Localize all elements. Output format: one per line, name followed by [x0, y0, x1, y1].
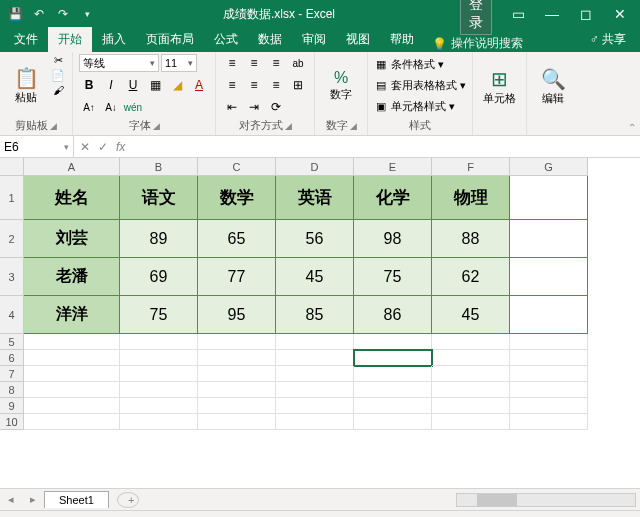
column-headers[interactable]: ABCDEFG [24, 158, 588, 176]
collapse-ribbon-icon[interactable]: ⌃ [628, 122, 636, 133]
italic-button[interactable]: I [101, 76, 121, 94]
col-header[interactable]: C [198, 158, 276, 176]
shrink-font-button[interactable]: A↓ [101, 98, 121, 116]
cell[interactable] [120, 398, 198, 414]
cell[interactable]: 化学 [354, 176, 432, 220]
row-header[interactable]: 10 [0, 414, 24, 430]
cell[interactable] [510, 414, 588, 430]
cell[interactable] [120, 350, 198, 366]
format-painter-icon[interactable]: 🖌 [50, 84, 66, 96]
cell[interactable] [432, 382, 510, 398]
col-header[interactable]: E [354, 158, 432, 176]
grow-font-button[interactable]: A↑ [79, 98, 99, 116]
cell[interactable]: 85 [276, 296, 354, 334]
cells-button[interactable]: ⊞单元格 [479, 54, 520, 119]
underline-button[interactable]: U [123, 76, 143, 94]
cell[interactable]: 45 [276, 258, 354, 296]
tab-review[interactable]: 审阅 [292, 27, 336, 52]
align-launcher-icon[interactable]: ◢ [285, 121, 292, 131]
number-launcher-icon[interactable]: ◢ [350, 121, 357, 131]
cell[interactable]: 95 [198, 296, 276, 334]
orientation-button[interactable]: ⟳ [266, 98, 286, 116]
cells-area[interactable]: 姓名语文数学英语化学物理刘芸8965569888老潘6977457562洋洋75… [24, 176, 588, 430]
cell[interactable]: 45 [432, 296, 510, 334]
align-right-button[interactable]: ≡ [266, 76, 286, 94]
horizontal-scrollbar[interactable] [456, 493, 636, 507]
row-header[interactable]: 6 [0, 350, 24, 366]
col-header[interactable]: D [276, 158, 354, 176]
sheet-nav-prev[interactable]: ◂ [0, 493, 22, 506]
cell[interactable] [354, 366, 432, 382]
fill-color-button[interactable]: ◢ [167, 76, 187, 94]
cell[interactable] [120, 334, 198, 350]
clipboard-launcher-icon[interactable]: ◢ [50, 121, 57, 131]
share-button[interactable]: ♂ 共享 [580, 27, 636, 52]
cell[interactable] [510, 334, 588, 350]
tab-insert[interactable]: 插入 [92, 27, 136, 52]
cell[interactable] [354, 382, 432, 398]
cell[interactable] [510, 220, 588, 258]
cell[interactable]: 物理 [432, 176, 510, 220]
cell[interactable]: 86 [354, 296, 432, 334]
row-header[interactable]: 8 [0, 382, 24, 398]
close-icon[interactable]: ✕ [604, 6, 636, 22]
cell[interactable] [276, 382, 354, 398]
cancel-fx-icon[interactable]: ✕ [80, 140, 90, 154]
cell[interactable]: 语文 [120, 176, 198, 220]
qat-dropdown-icon[interactable]: ▾ [76, 9, 98, 19]
cell[interactable]: 77 [198, 258, 276, 296]
cell[interactable] [24, 398, 120, 414]
fx-icon[interactable]: fx [116, 140, 125, 154]
cell[interactable] [198, 382, 276, 398]
font-color-button[interactable]: A [189, 76, 209, 94]
tab-help[interactable]: 帮助 [380, 27, 424, 52]
cell[interactable]: 数学 [198, 176, 276, 220]
tab-layout[interactable]: 页面布局 [136, 27, 204, 52]
cell[interactable] [432, 334, 510, 350]
cell[interactable]: 姓名 [24, 176, 120, 220]
row-header[interactable]: 7 [0, 366, 24, 382]
cell[interactable] [432, 350, 510, 366]
undo-icon[interactable]: ↶ [28, 7, 50, 21]
col-header[interactable]: F [432, 158, 510, 176]
cut-icon[interactable]: ✂ [50, 54, 66, 67]
login-button[interactable]: 登录 [460, 0, 492, 35]
select-all-corner[interactable] [0, 158, 24, 176]
cell[interactable]: 洋洋 [24, 296, 120, 334]
cell[interactable] [510, 258, 588, 296]
align-middle-button[interactable]: ≡ [244, 54, 264, 72]
row-header[interactable]: 2 [0, 220, 24, 258]
border-button[interactable]: ▦ [145, 76, 165, 94]
align-bottom-button[interactable]: ≡ [266, 54, 286, 72]
cell[interactable] [24, 350, 120, 366]
worksheet-grid[interactable]: ABCDEFG 12345678910 姓名语文数学英语化学物理刘芸896556… [0, 158, 640, 488]
cell[interactable]: 62 [432, 258, 510, 296]
cell[interactable]: 88 [432, 220, 510, 258]
sheet-nav-next[interactable]: ▸ [22, 493, 44, 506]
cell[interactable] [510, 176, 588, 220]
cell[interactable] [432, 398, 510, 414]
col-header[interactable]: G [510, 158, 588, 176]
paste-button[interactable]: 📋粘贴 [6, 54, 46, 116]
align-center-button[interactable]: ≡ [244, 76, 264, 94]
col-header[interactable]: A [24, 158, 120, 176]
cell[interactable] [120, 382, 198, 398]
name-box[interactable]: E6▾ [0, 136, 74, 157]
tab-formulas[interactable]: 公式 [204, 27, 248, 52]
font-size-combo[interactable]: 11▾ [161, 54, 197, 72]
tell-me[interactable]: 💡操作说明搜索 [432, 35, 523, 52]
row-header[interactable]: 4 [0, 296, 24, 334]
cell[interactable] [198, 366, 276, 382]
cell[interactable] [510, 296, 588, 334]
cell[interactable]: 75 [120, 296, 198, 334]
cell[interactable]: 老潘 [24, 258, 120, 296]
font-launcher-icon[interactable]: ◢ [153, 121, 160, 131]
add-sheet-button[interactable]: + [117, 492, 139, 508]
wrap-text-button[interactable]: ab [288, 54, 308, 72]
copy-icon[interactable]: 📄 [50, 69, 66, 82]
cell[interactable] [432, 414, 510, 430]
cell[interactable]: 75 [354, 258, 432, 296]
cell[interactable] [198, 414, 276, 430]
bold-button[interactable]: B [79, 76, 99, 94]
tab-home[interactable]: 开始 [48, 27, 92, 52]
